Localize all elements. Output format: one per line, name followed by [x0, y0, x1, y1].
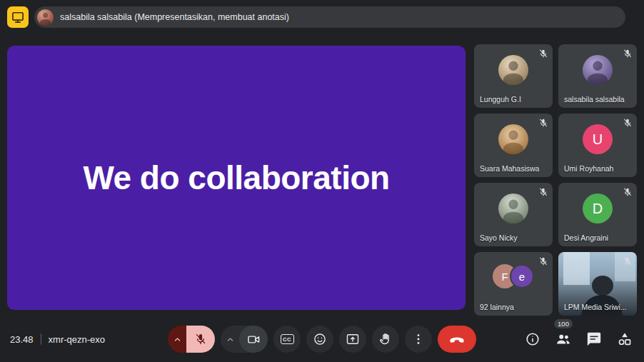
participant-name: LPM Media Sriwi...: [564, 303, 627, 311]
participant-name: 92 lainnya: [480, 303, 514, 311]
participant-tile-desi[interactable]: D Desi Angraini: [558, 183, 637, 246]
mic-off-icon: [538, 118, 548, 128]
reactions-button[interactable]: [306, 326, 333, 353]
meeting-info: 23.48 xmr-qezn-exo: [10, 334, 105, 345]
participant-tile-lungguh[interactable]: Lungguh G.I: [474, 44, 553, 108]
captions-button[interactable]: CC: [273, 326, 301, 353]
mic-off-icon: [538, 187, 548, 197]
people-panel-button[interactable]: 100: [555, 331, 571, 347]
cc-icon: CC: [281, 334, 294, 344]
mic-off-icon: [538, 256, 548, 266]
avatar-initial: U: [593, 131, 603, 148]
presenter-avatar: [37, 9, 54, 26]
panel-icons: 100: [525, 331, 633, 347]
activities-icon: [617, 331, 633, 347]
call-controls: CC: [168, 326, 476, 353]
stacked-avatars: F e: [493, 264, 534, 290]
mic-off-icon: [623, 118, 633, 128]
avatar: [498, 55, 528, 85]
clock-time: 23.48: [10, 334, 34, 345]
presentation-slide: We do collaboration: [7, 46, 466, 310]
info-icon: [525, 331, 540, 347]
mic-options-caret-icon[interactable]: [168, 326, 186, 353]
mic-off-icon: [623, 256, 633, 266]
participants-grid: Lungguh G.I salsabila salsabila Suara Ma…: [474, 44, 637, 316]
people-count-badge: 100: [554, 319, 573, 328]
participant-tile-suara[interactable]: Suara Mahasiswa: [474, 114, 553, 177]
chat-panel-button[interactable]: [586, 331, 602, 347]
participant-name: salsabila salsabila: [564, 95, 625, 104]
participant-name: Desi Angraini: [564, 233, 608, 242]
phone-down-icon: [448, 331, 466, 348]
avatar: [498, 193, 528, 223]
avatar-initial: D: [593, 201, 603, 217]
present-icon: [346, 332, 360, 346]
hand-icon: [378, 332, 393, 346]
mic-button[interactable]: [168, 326, 215, 353]
chat-icon: [586, 331, 602, 347]
mic-off-icon: [623, 49, 633, 59]
avatar-initial: e: [519, 271, 525, 283]
camera-on-icon[interactable]: [239, 326, 268, 353]
mic-off-icon: [538, 49, 548, 59]
avatar-letter: U: [583, 124, 613, 154]
participant-tile-lpm-video[interactable]: LPM Media Sriwi...: [558, 252, 637, 316]
participant-name: Lungguh G.I: [480, 95, 521, 104]
mic-off-icon: [623, 187, 633, 197]
meeting-details-button[interactable]: [525, 331, 540, 347]
divider: [41, 334, 41, 345]
presenter-banner[interactable]: salsabila salsabila (Mempresentasikan, m…: [34, 6, 625, 28]
meeting-code: xmr-qezn-exo: [49, 334, 105, 345]
participant-name: Suara Mahasiswa: [480, 164, 539, 173]
camera-button[interactable]: [221, 326, 268, 353]
avatar-initial: F: [501, 271, 508, 283]
people-icon: [555, 331, 571, 347]
participant-tile-salsabila[interactable]: salsabila salsabila: [558, 44, 637, 108]
slide-title: We do collaboration: [83, 159, 389, 197]
activities-panel-button[interactable]: [617, 331, 633, 347]
participant-name: Umi Royhanah: [564, 164, 613, 173]
bottom-bar: 23.48 xmr-qezn-exo: [0, 316, 644, 362]
avatar-letter-e: e: [510, 264, 534, 288]
presenter-label: salsabila salsabila (Mempresentasikan, m…: [60, 12, 289, 22]
avatar-letter: D: [583, 193, 613, 223]
participant-name: Sayo Nicky: [480, 233, 518, 242]
avatar: [498, 124, 528, 154]
smiley-icon: [313, 332, 327, 346]
presentation-indicator-icon[interactable]: [7, 6, 29, 28]
mic-off-icon[interactable]: [186, 326, 215, 353]
end-call-button[interactable]: [438, 326, 476, 353]
raise-hand-button[interactable]: [372, 326, 399, 353]
participant-tile-sayo[interactable]: Sayo Nicky: [474, 183, 553, 246]
more-vertical-icon: [411, 332, 426, 346]
present-button[interactable]: [339, 326, 366, 353]
participant-tile-others[interactable]: F e 92 lainnya: [474, 252, 553, 316]
camera-options-caret-icon[interactable]: [221, 326, 239, 353]
meet-window: salsabila salsabila (Mempresentasikan, m…: [0, 0, 644, 362]
avatar: [583, 55, 613, 85]
more-options-button[interactable]: [405, 326, 432, 353]
participant-tile-umi[interactable]: U Umi Royhanah: [558, 114, 637, 177]
